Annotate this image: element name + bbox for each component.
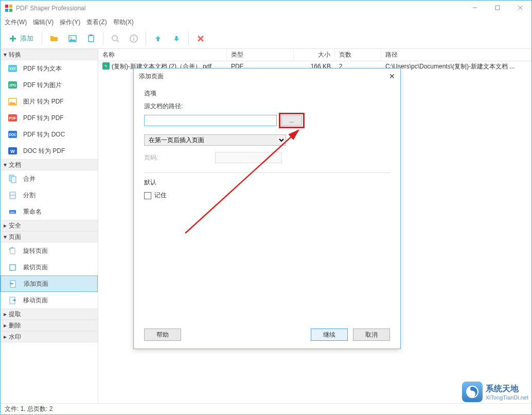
maximize-button[interactable] bbox=[486, 1, 509, 15]
category-convert[interactable]: ▾转换 bbox=[1, 49, 98, 60]
add-page-dialog: 添加页面 ✕ 选项 源文档的路径: ... 在第一页后插入页面 页码: bbox=[133, 68, 401, 349]
svg-rect-12 bbox=[88, 36, 94, 42]
insert-mode-select[interactable]: 在第一页后插入页面 bbox=[144, 134, 286, 146]
pdf-icon: PDF bbox=[8, 113, 17, 123]
svg-text:DOC: DOC bbox=[9, 133, 16, 136]
titlebar: PDF Shaper Professional bbox=[1, 1, 531, 16]
sidebar-item-crop[interactable]: 裁切页面 bbox=[1, 259, 98, 275]
sidebar-item-pdf-to-doc[interactable]: DOCPDF 转为 DOC bbox=[1, 126, 98, 143]
add-label: 添加 bbox=[20, 34, 33, 43]
category-document[interactable]: ▾文档 bbox=[1, 159, 98, 170]
crop-icon bbox=[8, 263, 17, 272]
clipboard-button[interactable] bbox=[82, 30, 100, 47]
doc-icon: DOC bbox=[8, 130, 17, 139]
category-page[interactable]: ▾页面 bbox=[1, 231, 98, 243]
svg-rect-39 bbox=[10, 265, 15, 270]
options-group-label: 选项 bbox=[144, 89, 390, 98]
menu-action[interactable]: 操作(Y) bbox=[60, 18, 80, 27]
category-label: 删除 bbox=[9, 321, 21, 330]
move-down-button[interactable] bbox=[168, 30, 185, 47]
word-icon: W bbox=[8, 146, 17, 155]
watermark-title: 系统天地 bbox=[486, 384, 528, 394]
sidebar-item-label: 旋转页面 bbox=[23, 247, 48, 255]
chevron-right-icon: ▸ bbox=[4, 333, 7, 340]
dialog-body: 选项 源文档的路径: ... 在第一页后插入页面 页码: 默认 bbox=[134, 84, 400, 324]
svg-rect-38 bbox=[10, 248, 15, 254]
category-extract[interactable]: ▸提取 bbox=[1, 308, 98, 320]
menu-view[interactable]: 查看(Z) bbox=[86, 18, 107, 27]
sidebar: ▾转换 TXTPDF 转为文本 JPGPDF 转为图片 图片 转为 PDF PD… bbox=[1, 49, 98, 403]
sidebar-item-rotate[interactable]: 旋转页面 bbox=[1, 243, 98, 259]
sidebar-item-add-page[interactable]: 添加页面 bbox=[1, 275, 98, 292]
sidebar-item-label: 重命名 bbox=[23, 208, 42, 216]
col-type[interactable]: 类型 bbox=[227, 49, 294, 61]
sidebar-item-label: 图片 转为 PDF bbox=[23, 97, 64, 106]
minimize-button[interactable] bbox=[464, 1, 486, 15]
sidebar-item-pdf-to-pdf[interactable]: PDFPDF 转为 PDF bbox=[1, 110, 98, 126]
close-button[interactable] bbox=[509, 1, 531, 15]
remember-checkbox[interactable] bbox=[144, 192, 151, 199]
sidebar-item-pdf-to-image[interactable]: JPGPDF 转为图片 bbox=[1, 77, 98, 93]
page-number-input bbox=[215, 152, 282, 163]
move-up-button[interactable] bbox=[149, 30, 167, 47]
separator bbox=[42, 32, 42, 45]
sidebar-item-label: PDF 转为 DOC bbox=[23, 130, 65, 139]
sidebar-item-label: DOC 转为 PDF bbox=[23, 147, 65, 155]
sidebar-item-image-to-pdf[interactable]: 图片 转为 PDF bbox=[1, 93, 98, 110]
sidebar-item-move-page[interactable]: 移动页面 bbox=[1, 292, 98, 308]
svg-text:✎: ✎ bbox=[104, 64, 108, 68]
col-size[interactable]: 大小 bbox=[294, 49, 335, 61]
watermark-text: 系统天地 XiTongTianDi.net bbox=[486, 384, 528, 401]
split-icon bbox=[8, 191, 17, 200]
sidebar-item-label: 裁切页面 bbox=[23, 263, 48, 272]
sidebar-item-pdf-to-text[interactable]: TXTPDF 转为文本 bbox=[1, 60, 98, 77]
separator bbox=[146, 32, 146, 45]
svg-line-15 bbox=[117, 40, 119, 42]
rotate-icon bbox=[8, 246, 17, 255]
svg-text:TXT: TXT bbox=[9, 67, 16, 71]
help-button[interactable]: 帮助 bbox=[144, 328, 181, 341]
folder-button[interactable] bbox=[45, 30, 63, 47]
sidebar-item-label: 添加页面 bbox=[24, 280, 48, 288]
col-name[interactable]: 名称 bbox=[98, 49, 227, 61]
svg-text:W: W bbox=[10, 149, 15, 154]
svg-rect-3 bbox=[9, 9, 12, 12]
watermark-logo bbox=[462, 382, 483, 402]
statusbar: 文件: 1, 总页数: 2 bbox=[1, 403, 531, 414]
browse-button[interactable]: ... bbox=[281, 115, 302, 126]
chevron-down-icon: ▾ bbox=[4, 233, 7, 240]
continue-button[interactable]: 继续 bbox=[311, 328, 348, 341]
category-label: 安全 bbox=[9, 221, 21, 230]
svg-rect-0 bbox=[5, 5, 8, 8]
category-label: 页面 bbox=[9, 233, 21, 241]
remove-button[interactable] bbox=[192, 30, 209, 47]
sidebar-item-split[interactable]: 分割 bbox=[1, 187, 98, 203]
window-title: PDF Shaper Professional bbox=[16, 5, 464, 12]
menu-edit[interactable]: 编辑(V) bbox=[33, 18, 54, 27]
category-security[interactable]: ▸安全 bbox=[1, 220, 98, 231]
menu-help[interactable]: 帮助(X) bbox=[113, 18, 134, 27]
sidebar-item-label: PDF 转为 PDF bbox=[23, 114, 64, 123]
sidebar-item-rename[interactable]: abc重命名 bbox=[1, 203, 98, 220]
dialog-close-button[interactable]: ✕ bbox=[389, 72, 395, 80]
app-logo bbox=[5, 4, 13, 12]
image-button[interactable] bbox=[64, 30, 81, 47]
category-delete[interactable]: ▸删除 bbox=[1, 320, 98, 331]
remember-row[interactable]: 记住 bbox=[144, 191, 390, 200]
sidebar-item-label: 合并 bbox=[23, 175, 36, 183]
category-watermark[interactable]: ▸水印 bbox=[1, 331, 98, 342]
col-pages[interactable]: 页数 bbox=[335, 49, 381, 61]
sidebar-item-merge[interactable]: 合并 bbox=[1, 170, 98, 187]
col-path[interactable]: 路径 bbox=[381, 49, 531, 61]
window-controls bbox=[464, 1, 531, 16]
source-path-input[interactable] bbox=[144, 115, 277, 126]
sidebar-item-doc-to-pdf[interactable]: WDOC 转为 PDF bbox=[1, 143, 98, 159]
add-button[interactable]: 添加 bbox=[4, 30, 39, 47]
menu-file[interactable]: 文件(W) bbox=[5, 18, 27, 27]
cancel-button[interactable]: 取消 bbox=[353, 328, 390, 341]
info-button[interactable] bbox=[125, 30, 143, 47]
highlight-box: ... bbox=[279, 113, 305, 128]
search-button[interactable] bbox=[107, 30, 124, 47]
status-text: 文件: 1, 总页数: 2 bbox=[5, 405, 52, 413]
chevron-right-icon: ▸ bbox=[4, 322, 7, 329]
